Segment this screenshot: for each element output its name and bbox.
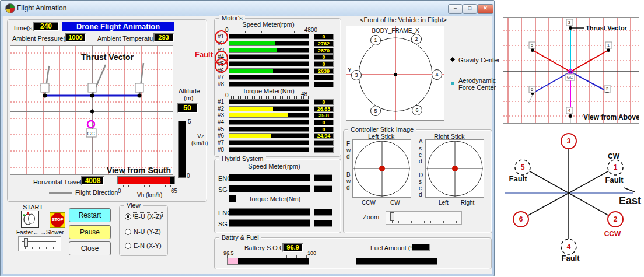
radio-eu-xz[interactable] <box>125 213 131 220</box>
zoom-slider-thumb[interactable] <box>390 212 394 221</box>
hybrid-torque-sg-label: SG <box>218 220 228 227</box>
altitude-unit: (m) <box>184 94 194 101</box>
body-frame-panel: BODY_FRAME_X Y 1 2 3 4 5 6 <box>346 26 444 121</box>
time-label: Time(s) <box>13 24 34 31</box>
view-from-south-label: View from South <box>107 166 171 174</box>
rotor-map-svg: 3 5 1 6 2 4 CW Fault Fault CCW Fault Eas… <box>501 129 644 277</box>
hybrid-speed-sg-bar <box>229 185 310 192</box>
start-button[interactable] <box>21 211 39 228</box>
speed-value-3: 2870 <box>314 48 334 54</box>
gravity-center-marker <box>90 109 94 114</box>
hybrid-system-title: Hybrid System <box>219 155 266 162</box>
front-view-title: <Front of the Vehicle in Flight> <box>360 16 447 23</box>
speed-bar-5 <box>229 61 309 66</box>
vh-label: Vh (km/h) <box>137 192 162 198</box>
speed-slider[interactable] <box>18 236 61 251</box>
radio-en-xy-label[interactable]: E-N (X-Y) <box>134 242 162 249</box>
front-motor-4: 4 <box>435 72 438 78</box>
vh-min-label: 0 <box>118 188 121 194</box>
zoom-slider[interactable] <box>386 211 462 225</box>
ccw-label: CCW <box>604 230 621 238</box>
radio-nu-yz[interactable] <box>125 229 131 235</box>
speed-hint-label: Faster← →Slower <box>16 229 64 236</box>
altitude-value: 50 <box>177 103 198 113</box>
vz-max-label: 5 <box>188 118 191 125</box>
vz-label: Vz <box>197 133 204 139</box>
gc-label: GC <box>87 131 95 136</box>
start-label: START <box>23 204 43 211</box>
torque-value-1: 0 <box>314 99 334 105</box>
aero-center-marker <box>88 121 94 128</box>
battery-soc-bar <box>227 258 309 265</box>
south-motor-boxes <box>41 83 144 92</box>
torque-row-label: #2 <box>215 106 224 112</box>
torque-bar-2 <box>229 106 309 111</box>
pause-button[interactable]: Pause <box>69 225 111 239</box>
fuel-amount-value <box>412 244 430 251</box>
torque-row-label: #4 <box>215 119 224 125</box>
maximize-button[interactable]: □ <box>463 4 477 14</box>
vh-bar <box>117 176 175 184</box>
right-stick-left-label: Left <box>439 199 449 206</box>
close-window-button[interactable]: ✕ <box>477 4 494 14</box>
speed-value-1: 0 <box>314 34 334 40</box>
radio-en-xy[interactable] <box>125 243 131 249</box>
right-stick-down-letter: d <box>419 191 422 198</box>
speed-bar-7 <box>229 75 309 80</box>
vz-unit: (km/h) <box>191 140 208 146</box>
rotor-2: 2 <box>614 215 618 223</box>
torque-value-5: 0 <box>314 127 334 132</box>
fault-label-rotor4: Fault <box>561 254 580 262</box>
view-options-title: View <box>124 202 143 209</box>
left-stick-cw-label: CW <box>390 199 400 206</box>
view-from-above-label: View from Above <box>583 113 639 121</box>
speed-bar-2 <box>229 41 309 46</box>
speed-slider-thumb[interactable] <box>24 238 28 247</box>
start-knob-icon <box>22 211 37 226</box>
front-motor-2: 2 <box>415 36 418 42</box>
left-stick-position-dot <box>379 166 385 171</box>
zoom-label: Zoom <box>363 213 379 220</box>
radio-eu-xz-label[interactable]: E-U (X-Z) <box>134 213 162 220</box>
torque-bar-3 <box>229 113 309 118</box>
rotor-6: 6 <box>519 215 523 223</box>
above-motor-6: 6 <box>531 87 534 92</box>
body-frame-x-label: BODY_FRAME_X <box>372 27 419 34</box>
speed-value-2: 2762 <box>314 41 334 47</box>
rotor-arms <box>521 141 615 247</box>
close-button[interactable]: Close <box>69 241 111 255</box>
restart-button[interactable]: Restart <box>69 208 111 222</box>
torque-row-label: #6 <box>215 132 224 139</box>
radio-nu-yz-label[interactable]: N-U (Y-Z) <box>134 228 161 235</box>
hybrid-speed-eng-value <box>314 174 332 181</box>
front-motor-6: 6 <box>415 107 418 113</box>
speed-value-4: 0 <box>314 54 334 60</box>
right-stick-up-letter: s <box>419 145 422 152</box>
torque-row-label: #5 <box>215 126 224 132</box>
window-titlebar[interactable]: Flight Animation – □ ✕ <box>1 1 494 16</box>
above-motor-5: 5 <box>531 43 534 48</box>
app-icon <box>5 3 15 13</box>
torque-scale-min: 0 <box>225 92 229 99</box>
torque-bar-4 <box>229 120 309 125</box>
above-motor-4: 4 <box>568 108 571 113</box>
torque-row-label: #3 <box>215 112 224 118</box>
torque-meter-title: Torque Meter(Nm) <box>228 87 309 94</box>
aero-center-legend-icon <box>451 82 454 85</box>
torque-scale-ticks <box>229 96 310 99</box>
rotor-map-panel: 3 5 1 6 2 4 CW Fault Fault CCW Fault Eas… <box>501 129 644 277</box>
above-view-svg: 3 5 1 6 2 4 GC Thrust Vector View from A… <box>503 18 639 123</box>
hybrid-torque-legend-swatch <box>229 195 236 202</box>
screen: Flight Animation – □ ✕ Time(s) 240 Drone… <box>0 0 644 277</box>
minimize-button[interactable]: – <box>448 4 463 14</box>
hybrid-speed-eng-bar <box>229 174 310 181</box>
speed-scale-ticks <box>229 31 310 33</box>
torque-value-2: 26.63 <box>314 106 334 112</box>
rotor-1: 1 <box>614 163 618 171</box>
torque-value-7 <box>314 140 334 146</box>
speed-bar-4 <box>229 54 309 59</box>
rotor-3: 3 <box>567 137 571 145</box>
stop-indicator[interactable]: STOP <box>50 212 65 228</box>
fault-label-rotor5: Fault <box>509 174 527 183</box>
fault-label: Fault <box>195 50 213 59</box>
